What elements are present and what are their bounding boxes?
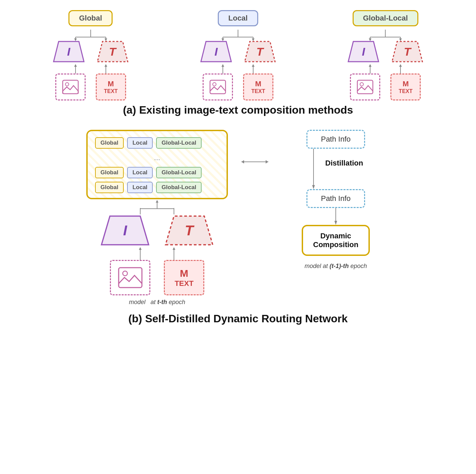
big-inputs: M TEXT xyxy=(110,260,204,295)
big-image-icon xyxy=(118,267,143,289)
svg-marker-48 xyxy=(156,200,158,203)
sb-left: Global Local Global-Local ... Global Loc… xyxy=(76,130,238,306)
sb-main-content: Global Local Global-Local ... Global Loc… xyxy=(20,130,456,306)
svg-marker-52 xyxy=(139,247,142,250)
routing-cell-g2: Global xyxy=(95,167,124,178)
big-TEXT-label: TEXT xyxy=(175,279,194,288)
routing-cell-gl3: Global-Local xyxy=(156,182,202,193)
distillation-area: Distillation xyxy=(308,149,363,189)
svg-marker-9 xyxy=(74,64,77,67)
local-label: Local xyxy=(218,10,258,26)
T-label-global: T xyxy=(109,45,116,58)
section-a: Global I xyxy=(20,10,456,123)
svg-point-56 xyxy=(123,271,127,276)
TEXT-label-local: TEXT xyxy=(251,88,265,94)
arrows-up-big-traps xyxy=(107,246,208,260)
arrow-up-to-routing xyxy=(107,199,208,214)
dynamic-composition-box: Dynamic Composition xyxy=(302,225,370,256)
image-box-global xyxy=(55,73,86,100)
section-b-title: (b) Self-Distilled Dynamic Routing Netwo… xyxy=(128,313,348,325)
I-label-global: I xyxy=(67,45,70,58)
dynamic-comp-subtitle: Composition xyxy=(313,240,358,249)
routing-cell-g1: Global xyxy=(95,137,124,149)
connector-svg-global xyxy=(57,30,124,40)
dynamic-comp-title: Dynamic xyxy=(313,232,358,240)
M-label-global: M xyxy=(108,80,114,88)
method-global-local: Global-Local I xyxy=(335,10,436,100)
svg-point-43 xyxy=(360,83,363,86)
svg-point-29 xyxy=(213,83,216,86)
routing-cell-gl1: Global-Local xyxy=(156,137,202,149)
trap-I-global: I xyxy=(50,40,87,63)
two-traps-global: I T xyxy=(50,40,131,63)
svg-marker-39 xyxy=(369,64,371,67)
distillation-label-container: Distillation xyxy=(325,149,363,168)
trap-T-local: T xyxy=(241,40,278,63)
svg-rect-55 xyxy=(119,268,142,288)
trap-T-global: T xyxy=(94,40,131,63)
two-traps-local: I T xyxy=(198,40,278,63)
svg-marker-54 xyxy=(173,247,175,250)
arrows-up-global xyxy=(57,63,124,73)
three-methods: Global I xyxy=(20,10,456,100)
section-b: Global Local Global-Local ... Global Loc… xyxy=(20,130,456,325)
text-box-gl: M TEXT xyxy=(390,73,421,100)
big-M-label: M xyxy=(180,268,188,279)
path-info-bottom: Path Info xyxy=(306,189,365,208)
big-trap-T: T xyxy=(164,214,214,246)
svg-marker-41 xyxy=(399,64,402,67)
big-image-box xyxy=(110,260,150,295)
routing-row-3: Global Local Global-Local xyxy=(95,182,219,193)
dots: ... xyxy=(95,152,219,164)
sb-right: Path Info Distillation Path Info xyxy=(272,130,400,270)
path-info-top: Path Info xyxy=(306,130,365,149)
routing-row-2: Global Local Global-Local xyxy=(95,167,219,178)
main-container: Global I xyxy=(0,0,476,474)
routing-cell-l2: Local xyxy=(127,167,153,178)
two-traps-gl: I T xyxy=(345,40,426,63)
connector-svg-local xyxy=(204,30,272,40)
big-trap-I: I xyxy=(100,214,150,246)
inputs-local: M TEXT xyxy=(203,73,273,100)
section-a-title: (a) Existing image-text composition meth… xyxy=(123,104,353,116)
I-label-gl: I xyxy=(362,45,365,58)
routing-cell-g3: Global xyxy=(95,182,124,193)
routing-cell-l1: Local xyxy=(127,137,153,149)
M-label-gl: M xyxy=(403,80,409,88)
svg-rect-42 xyxy=(357,80,373,94)
middle-arrow-area xyxy=(241,157,268,167)
big-text-box: M TEXT xyxy=(164,260,204,295)
routing-row-1: Global Local Global-Local xyxy=(95,137,219,149)
image-icon-global xyxy=(62,80,79,94)
model-label-right: model at (t-1)-th epoch xyxy=(304,263,367,270)
big-traps: I T xyxy=(100,214,214,246)
global-local-label: Global-Local xyxy=(353,10,418,26)
svg-rect-12 xyxy=(63,80,78,94)
trap-I-gl: I xyxy=(345,40,382,63)
svg-marker-58 xyxy=(266,160,268,164)
global-label: Global xyxy=(68,10,112,26)
method-global: Global I xyxy=(40,10,141,100)
text-box-local: M TEXT xyxy=(243,73,273,100)
big-T-label: T xyxy=(185,223,194,239)
svg-marker-61 xyxy=(312,185,315,189)
T-label-gl: T xyxy=(404,45,411,58)
arrows-up-local xyxy=(204,63,272,73)
T-label-local: T xyxy=(257,45,264,58)
M-label-local: M xyxy=(255,80,261,88)
inputs-global: M TEXT xyxy=(55,73,126,100)
trap-T-gl: T xyxy=(389,40,426,63)
svg-marker-63 xyxy=(334,221,337,225)
inputs-gl: M TEXT xyxy=(350,73,421,100)
routing-outer-box: Global Local Global-Local ... Global Loc… xyxy=(86,130,228,199)
svg-marker-25 xyxy=(221,64,224,67)
method-local: Local I xyxy=(187,10,289,100)
svg-marker-27 xyxy=(252,64,255,67)
connector-svg-gl xyxy=(352,30,419,40)
image-box-gl xyxy=(350,73,380,100)
I-label-local: I xyxy=(214,45,217,58)
text-box-global: M TEXT xyxy=(96,73,126,100)
svg-point-13 xyxy=(65,83,69,86)
svg-rect-28 xyxy=(210,80,226,94)
svg-marker-59 xyxy=(241,160,244,164)
